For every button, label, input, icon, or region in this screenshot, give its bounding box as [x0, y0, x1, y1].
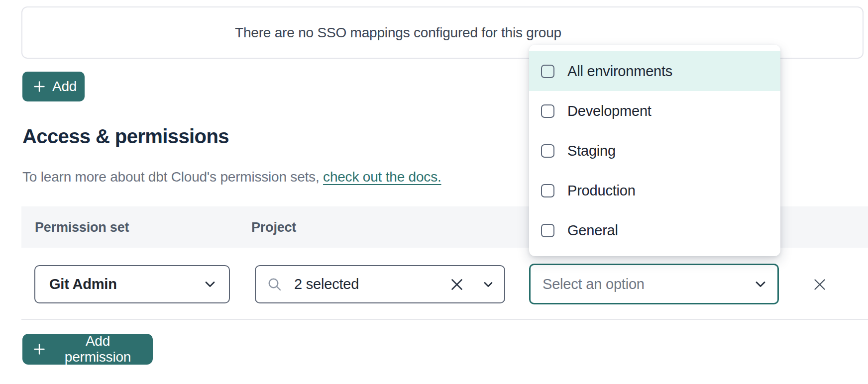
add-button-label: Add: [52, 79, 77, 95]
environment-placeholder: Select an option: [542, 276, 645, 292]
dropdown-option-development[interactable]: Development: [529, 91, 780, 131]
clear-selection-icon[interactable]: [450, 278, 464, 291]
dropdown-option-all-environments[interactable]: All environments: [529, 51, 780, 91]
section-description: To learn more about dbt Cloud's permissi…: [22, 169, 441, 185]
description-text: To learn more about dbt Cloud's permissi…: [22, 169, 323, 185]
chevron-down-icon: [756, 281, 765, 288]
column-header-project: Project: [251, 219, 296, 235]
chevron-down-icon: [484, 282, 493, 288]
add-permission-label: Add permission: [54, 333, 142, 365]
option-label: All environments: [567, 63, 672, 80]
permission-set-select[interactable]: Git Admin: [34, 265, 230, 303]
chevron-down-icon: [205, 281, 215, 288]
option-label: Staging: [567, 143, 616, 159]
page-title: Access & permissions: [22, 125, 229, 148]
search-icon: [267, 277, 282, 292]
row-divider: [21, 319, 868, 320]
checkbox[interactable]: [541, 224, 554, 237]
plus-icon: [33, 81, 45, 93]
project-selected-count: 2 selected: [294, 276, 359, 292]
checkbox[interactable]: [541, 65, 554, 78]
checkbox[interactable]: [541, 184, 554, 197]
docs-link[interactable]: check out the docs.: [323, 169, 441, 185]
add-permission-button[interactable]: Add permission: [22, 334, 153, 365]
option-label: General: [567, 222, 618, 239]
group-settings-page: There are no SSO mappings configured for…: [0, 0, 868, 384]
dropdown-option-production[interactable]: Production: [529, 171, 780, 210]
permission-set-value: Git Admin: [49, 276, 117, 292]
sso-empty-message: There are no SSO mappings configured for…: [235, 25, 561, 41]
checkbox[interactable]: [541, 144, 554, 158]
dropdown-option-general[interactable]: General: [529, 210, 780, 250]
checkbox[interactable]: [541, 104, 554, 118]
dropdown-option-staging[interactable]: Staging: [529, 131, 780, 171]
environment-select-focused[interactable]: Select an option: [529, 264, 779, 304]
option-label: Development: [567, 103, 651, 119]
add-sso-mapping-button[interactable]: Add: [22, 72, 85, 101]
plus-icon: [33, 343, 45, 355]
project-multiselect[interactable]: 2 selected: [255, 265, 505, 303]
option-label: Production: [567, 183, 636, 199]
environment-dropdown: All environments Development Staging Pro…: [529, 45, 780, 256]
column-header-permission-set: Permission set: [35, 219, 129, 235]
remove-row-icon[interactable]: [813, 278, 826, 291]
